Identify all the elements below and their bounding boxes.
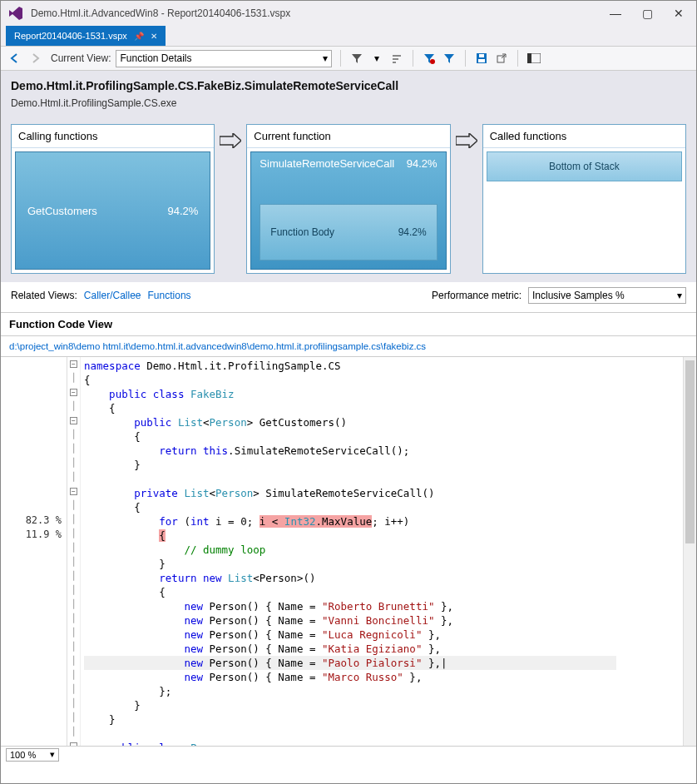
- tab-close-icon[interactable]: ✕: [151, 32, 157, 41]
- function-name: Demo.Html.it.ProfilingSample.CS.FakeBiz.…: [11, 79, 686, 92]
- related-views-row: Related Views: Caller/Callee Functions P…: [1, 282, 696, 312]
- chevron-down-icon: ▾: [677, 290, 682, 301]
- pin-icon[interactable]: 📌: [134, 32, 144, 41]
- function-body-card[interactable]: Function Body 94.2%: [260, 204, 437, 261]
- module-name: Demo.Html.it.ProfilingSample.CS.exe: [11, 97, 686, 109]
- current-function-card[interactable]: SimulateRemoteServiceCall 94.2% Function…: [250, 151, 446, 270]
- current-view-label: Current View:: [51, 52, 111, 64]
- function-header: Demo.Html.it.ProfilingSample.CS.FakeBiz.…: [1, 71, 696, 116]
- fold-toggle-icon[interactable]: −: [70, 389, 77, 396]
- panel-title: Calling functions: [12, 125, 214, 148]
- nav-back-button[interactable]: [7, 51, 22, 66]
- chevron-down-icon: ▾: [323, 52, 328, 64]
- bottom-of-stack-card[interactable]: Bottom of Stack: [487, 151, 682, 181]
- titlebar: Demo.Html.it.AdvancedWin8 - Report201404…: [1, 1, 696, 26]
- nav-forward-button[interactable]: [27, 51, 42, 66]
- layout-icon[interactable]: [526, 51, 541, 66]
- performance-metric-select[interactable]: Inclusive Samples % ▾: [528, 287, 686, 304]
- tab-label: Report20140406-1531.vspx: [14, 31, 127, 41]
- document-tabbar: Report20140406-1531.vspx 📌 ✕: [1, 26, 696, 46]
- minimize-button[interactable]: —: [605, 7, 626, 20]
- fold-gutter: − │ − │ − ││││ − ││││ ││││ ││││ ││││ │ −: [67, 357, 81, 762]
- separator: [517, 50, 518, 67]
- maximize-button[interactable]: ▢: [636, 7, 658, 20]
- code-editor[interactable]: 82.3 % 11.9 % − │ − │ − ││││ − ││││ ││││…: [1, 356, 696, 762]
- performance-metric-label: Performance metric:: [432, 290, 522, 301]
- panel-title: Current function: [247, 125, 449, 148]
- link-caller-callee[interactable]: Caller/Callee: [84, 290, 141, 301]
- filter-settings-icon[interactable]: [442, 51, 457, 66]
- percent-gutter: 82.3 % 11.9 %: [1, 357, 67, 762]
- zoom-select[interactable]: 100 % ▾: [6, 748, 59, 762]
- tab-report[interactable]: Report20140406-1531.vspx 📌 ✕: [6, 26, 166, 46]
- scrollbar-thumb[interactable]: [685, 360, 695, 543]
- related-views-label: Related Views:: [11, 290, 77, 301]
- arrow-icon: [456, 131, 477, 151]
- svg-point-3: [430, 59, 435, 64]
- chevron-down-icon: ▾: [50, 749, 55, 760]
- function-panels: Calling functions GetCustomers 94.2% Cur…: [1, 116, 696, 282]
- svg-rect-5: [478, 59, 485, 62]
- noise-reduction-icon[interactable]: [389, 51, 404, 66]
- calling-functions-panel: Calling functions GetCustomers 94.2%: [11, 124, 215, 274]
- vs-logo-icon: [7, 5, 24, 22]
- code-view-path[interactable]: d:\project_win8\demo html.it\demo.html.i…: [1, 336, 696, 356]
- save-icon[interactable]: [474, 51, 489, 66]
- code-content[interactable]: namespace Demo.Html.it.ProfilingSample.C…: [81, 357, 696, 762]
- called-functions-panel: Called functions Bottom of Stack: [482, 124, 686, 274]
- current-function-panel: Current function SimulateRemoteServiceCa…: [246, 124, 450, 274]
- export-icon[interactable]: [494, 51, 509, 66]
- panel-title: Called functions: [483, 125, 685, 148]
- fold-toggle-icon[interactable]: −: [70, 417, 77, 424]
- window-title: Demo.Html.it.AdvancedWin8 - Report201404…: [31, 7, 605, 19]
- current-view-select[interactable]: Function Details ▾: [116, 50, 332, 67]
- svg-rect-6: [479, 54, 484, 57]
- fold-toggle-icon[interactable]: −: [70, 360, 77, 368]
- fold-toggle-icon[interactable]: −: [70, 488, 77, 495]
- calling-function-card[interactable]: GetCustomers 94.2%: [15, 151, 210, 270]
- separator: [413, 50, 413, 67]
- separator: [340, 50, 341, 67]
- vertical-scrollbar[interactable]: [683, 357, 696, 746]
- code-view-header: Function Code View: [1, 312, 696, 336]
- arrow-icon: [220, 131, 241, 151]
- svg-rect-2: [393, 62, 396, 63]
- filter-clear-icon[interactable]: [422, 51, 437, 66]
- close-button[interactable]: ✕: [668, 7, 690, 20]
- zoom-bar: 100 % ▾: [1, 746, 696, 762]
- view-toolbar: Current View: Function Details ▾ ▾: [1, 46, 696, 71]
- svg-rect-9: [527, 53, 531, 63]
- filter-dropdown-icon[interactable]: ▾: [369, 51, 384, 66]
- filter-icon[interactable]: [349, 51, 364, 66]
- svg-rect-0: [393, 55, 401, 57]
- svg-rect-1: [393, 58, 398, 60]
- separator: [465, 50, 466, 67]
- link-functions[interactable]: Functions: [148, 290, 191, 301]
